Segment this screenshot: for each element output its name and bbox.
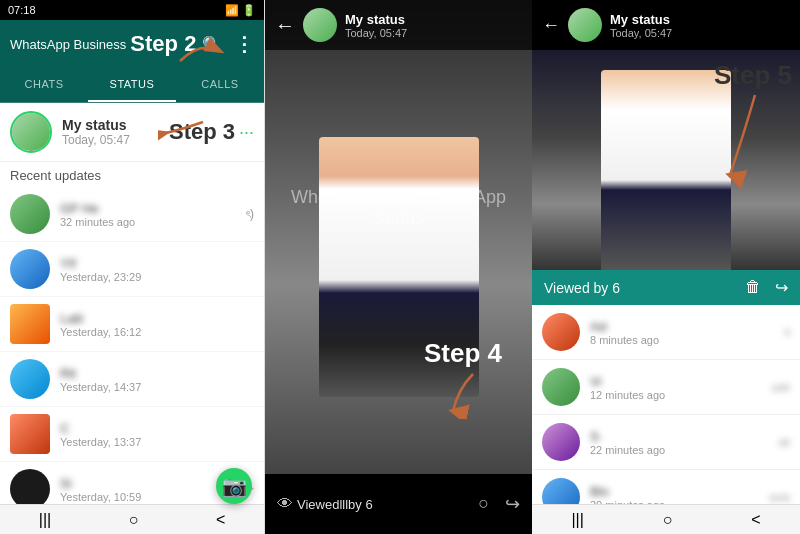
viewer-avatar	[542, 478, 580, 504]
avatar	[10, 469, 50, 504]
nav-tabs: CHATS STATUS CALLS	[0, 68, 264, 103]
nav-home[interactable]: ○	[129, 511, 139, 529]
my-status-more[interactable]: ···	[239, 122, 254, 143]
trash-icon[interactable]: 🗑	[745, 278, 761, 297]
nav-back[interactable]: <	[751, 511, 760, 529]
panel3-story-photo: Step 5	[532, 50, 800, 270]
tab-status[interactable]: STATUS	[88, 68, 176, 102]
footer-icons: ○ ↪	[478, 493, 520, 515]
share-icon[interactable]: ↪	[505, 493, 520, 515]
contact-name: GP He	[60, 201, 246, 216]
story-footer: 👁 Viewedlllby 6 ○ ↪	[265, 474, 532, 534]
avatar	[10, 194, 50, 234]
viewer-time: 22 minutes ago	[590, 444, 665, 456]
who-viewed-overlay: Who viewed my WhatsApp Status	[265, 187, 532, 229]
contact-name: C	[60, 421, 254, 436]
viewer-role: it	[785, 326, 791, 338]
viewer-time: 12 minutes ago	[590, 389, 665, 401]
viewer-item[interactable]: Ad· 8 minutes ago it	[532, 305, 800, 360]
more-icon[interactable]: ⋮	[234, 32, 254, 56]
story-avatar	[303, 8, 337, 42]
search-icon[interactable]: 🔍	[202, 35, 222, 54]
viewer-avatar	[542, 368, 580, 406]
viewed-by-text: Viewed by 6	[544, 280, 620, 296]
my-status-time: Today, 05:47	[62, 133, 169, 147]
story-avatar	[568, 8, 602, 42]
list-item[interactable]: Rit Yesterday, 14:37	[0, 352, 264, 407]
status-icons: 📶 🔋	[225, 4, 256, 17]
story-time: Today, 05:47	[345, 27, 407, 39]
header-icons[interactable]: 🔍 ⋮	[202, 32, 254, 56]
tab-calls[interactable]: CALLS	[176, 68, 264, 102]
panel3-bottom-nav: ||| ○ <	[532, 504, 800, 534]
circle-icon[interactable]: ○	[478, 493, 489, 515]
viewer-name: Vi	[590, 374, 665, 389]
story-title: My status	[610, 12, 672, 27]
avatar	[10, 414, 50, 454]
panel-story-view: ← My status Today, 05:47 Who viewed my W…	[265, 0, 532, 534]
contact-time: Yesterday, 16:12	[60, 326, 254, 338]
contact-time: Yesterday, 14:37	[60, 381, 254, 393]
nav-home[interactable]: ○	[663, 511, 673, 529]
step2-badge: Step 2	[130, 31, 196, 57]
viewed-by-bar: Viewed by 6 🗑 ↪	[532, 270, 800, 305]
step4-label: Step 4	[424, 338, 502, 369]
panel-viewed-by: ← My status Today, 05:47 Step 5 Viewed b…	[532, 0, 800, 534]
list-item[interactable]: C Yesterday, 13:37	[0, 407, 264, 462]
step5-annotation: Step 5	[714, 60, 792, 91]
contact-right: ৎ)	[246, 207, 254, 221]
recent-updates-label: Recent updates	[0, 162, 264, 187]
viewer-role: aula	[769, 491, 790, 503]
contact-name: Rit	[60, 366, 254, 381]
panel3-story-header: ← My status Today, 05:47	[532, 0, 800, 50]
viewer-name: S·	[590, 429, 665, 444]
story-time: Today, 05:47	[610, 27, 672, 39]
viewer-avatar	[542, 313, 580, 351]
contact-time: Yesterday, 23:29	[60, 271, 254, 283]
back-button[interactable]: ←	[542, 15, 560, 36]
nav-recent-apps[interactable]: |||	[571, 511, 583, 529]
bottom-nav: ||| ○ <	[0, 504, 264, 534]
share-icon[interactable]: ↪	[775, 278, 788, 297]
contact-list: GP He 32 minutes ago ৎ) YIf Yesterday, 2…	[0, 187, 264, 504]
viewer-item[interactable]: Blo 30 minutes ago aula	[532, 470, 800, 504]
app-name-text: WhatsApp Business	[10, 37, 126, 52]
eye-icon: 👁	[277, 495, 293, 513]
nav-recent-apps[interactable]: |||	[39, 511, 51, 529]
status-bar: 07:18 📶 🔋	[0, 0, 264, 20]
app-title: WhatsApp Business Step 2	[10, 31, 196, 57]
contact-time: 32 minutes ago	[60, 216, 246, 228]
step5-arrow-svg	[700, 90, 780, 190]
viewer-list: Ad· 8 minutes ago it Vi 12 minutes ago p…	[532, 305, 800, 504]
my-status-info: My status Today, 05:47	[62, 117, 169, 147]
viewed-by-action-icons: 🗑 ↪	[745, 278, 788, 297]
list-item[interactable]: GP He 32 minutes ago ৎ)	[0, 187, 264, 242]
nav-back[interactable]: <	[216, 511, 225, 529]
viewer-item[interactable]: S· 22 minutes ago ati	[532, 415, 800, 470]
step4-arrow-svg	[438, 369, 488, 419]
step4-annotation: Step 4	[424, 338, 502, 419]
story-title: My status	[345, 12, 407, 27]
viewer-item[interactable]: Vi 12 minutes ago pati	[532, 360, 800, 415]
story-header: ← My status Today, 05:47	[265, 0, 532, 50]
app-header: WhatsApp Business Step 2 🔍 ⋮	[0, 20, 264, 68]
viewer-role: pati	[772, 381, 790, 393]
list-item[interactable]: YIf Yesterday, 23:29	[0, 242, 264, 297]
contact-time: Yesterday, 13:37	[60, 436, 254, 448]
back-button[interactable]: ←	[275, 14, 295, 37]
viewer-avatar	[542, 423, 580, 461]
contact-name: Lalii	[60, 311, 254, 326]
contact-name: YIf	[60, 256, 254, 271]
my-status-row[interactable]: My status Today, 05:47 Step 3 ···	[0, 103, 264, 162]
list-item[interactable]: Lalii Yesterday, 16:12	[0, 297, 264, 352]
tab-chats[interactable]: CHATS	[0, 68, 88, 102]
step3-arrow	[158, 117, 208, 141]
viewed-count: Viewedlllby 6	[297, 497, 478, 512]
camera-fab[interactable]: 📷	[216, 468, 252, 504]
panel-whatsapp-status: 07:18 📶 🔋 WhatsApp Business Step 2 🔍 ⋮ C…	[0, 0, 265, 534]
time: 07:18	[8, 4, 36, 16]
my-status-avatar	[10, 111, 52, 153]
viewer-name: Ad·	[590, 319, 659, 334]
my-status-name: My status	[62, 117, 169, 133]
step5-label: Step 5	[714, 60, 792, 90]
